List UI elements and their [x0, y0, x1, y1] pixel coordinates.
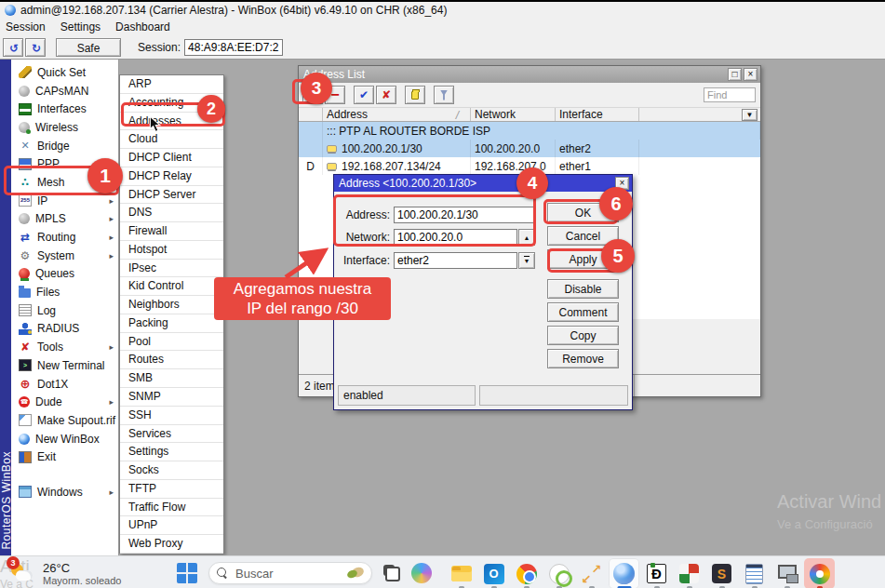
ip-submenu-item[interactable]: IPsec: [120, 260, 223, 278]
taskbar-app[interactable]: [576, 558, 607, 588]
taskbar-app[interactable]: [739, 558, 770, 588]
sidebar-item[interactable]: Windows ▸: [11, 483, 118, 501]
dialog-button[interactable]: Disable: [547, 279, 619, 299]
sidebar-item[interactable]: RADIUS ▸: [11, 320, 118, 339]
ip-submenu-item[interactable]: DHCP Relay: [120, 167, 223, 186]
dropdown-icon[interactable]: ▼: [518, 252, 535, 269]
menubar-item[interactable]: Session: [6, 20, 46, 33]
sidebar-item[interactable]: Quick Set ▸: [11, 63, 118, 82]
interface-column-header[interactable]: Interface: [556, 108, 639, 121]
taskbar-app[interactable]: [804, 558, 835, 588]
safe-mode-button[interactable]: Safe Mode: [56, 38, 121, 57]
field-input[interactable]: [394, 229, 517, 246]
ip-submenu-item[interactable]: Pool: [120, 333, 223, 352]
disable-button[interactable]: ✘: [376, 86, 396, 104]
enable-button[interactable]: ✔: [354, 86, 374, 104]
ip-submenu-item[interactable]: Settings: [120, 443, 223, 461]
ip-submenu-item[interactable]: Firewall: [120, 222, 223, 241]
sidebar-item[interactable]: Queues ▸: [11, 265, 118, 284]
sidebar-item[interactable]: New WinBox ▸: [11, 430, 118, 448]
address-dialog-titlebar[interactable]: Address <100.200.20.1/30> ×: [334, 175, 632, 192]
ip-submenu-item[interactable]: Neighbors: [120, 296, 223, 314]
ip-submenu-item[interactable]: Traffic Flow: [120, 499, 223, 517]
taskbar-app[interactable]: [446, 558, 476, 588]
collapse-up-icon[interactable]: ▲: [518, 229, 535, 246]
sidebar-item[interactable]: Interfaces ▸: [11, 100, 118, 118]
taskbar-app[interactable]: [478, 558, 509, 588]
session-input[interactable]: [184, 39, 283, 56]
row-network: 100.200.20.0: [471, 140, 556, 157]
ip-submenu-item[interactable]: Socks: [120, 461, 223, 480]
dialog-button[interactable]: Remove: [547, 349, 619, 368]
ip-submenu-item[interactable]: SNMP: [120, 388, 223, 407]
taskbar-app[interactable]: [511, 558, 542, 588]
filter-button[interactable]: [434, 86, 454, 104]
taskbar-app[interactable]: [609, 558, 639, 588]
sidebar-item[interactable]: IP ▸: [11, 192, 118, 210]
taskbar-app[interactable]: [641, 558, 672, 588]
ip-submenu-item[interactable]: Cloud: [120, 130, 223, 149]
taskbar-app[interactable]: [543, 558, 574, 588]
copilot-button[interactable]: [411, 563, 432, 583]
menubar-item[interactable]: Settings: [60, 20, 101, 33]
ip-submenu-item[interactable]: TFTP: [120, 480, 223, 499]
ip-submenu-item[interactable]: Web Proxy: [120, 535, 223, 554]
ip-submenu-item[interactable]: SMB: [120, 369, 223, 388]
row-flag: D: [299, 157, 323, 175]
ip-submenu-item[interactable]: UPnP: [120, 516, 223, 535]
table-row[interactable]: 100.200.20.1/30 100.200.20.0 ether2: [299, 140, 760, 157]
sidebar-item[interactable]: Exit ▸: [11, 448, 118, 466]
ip-submenu-item[interactable]: Packing: [120, 314, 223, 333]
sidebar-item[interactable]: Dude ▸: [11, 393, 118, 411]
close-icon[interactable]: ×: [744, 68, 758, 81]
address-column-header[interactable]: Address /: [323, 108, 471, 121]
sidebar-item[interactable]: Routing ▸: [11, 228, 118, 247]
weather-widget[interactable]: 3 26°C Mayorm. soleado: [9, 559, 121, 587]
sidebar-item[interactable]: System ▸: [11, 247, 118, 265]
ip-submenu-item[interactable]: DNS: [120, 204, 223, 222]
flags-column-header[interactable]: [299, 108, 323, 121]
sidebar-item[interactable]: Dot1X ▸: [11, 375, 118, 394]
sidebar-item[interactable]: Bridge ▸: [11, 137, 118, 155]
sidebar-item[interactable]: MPLS ▸: [11, 210, 118, 229]
gns3-icon: [549, 564, 570, 584]
maximize-icon[interactable]: □: [728, 68, 742, 81]
taskbar-app[interactable]: [706, 558, 737, 588]
address-list-titlebar[interactable]: Address List □ ×: [299, 66, 760, 83]
ip-submenu-item[interactable]: Routes: [120, 351, 223, 369]
redo-button[interactable]: ↻: [25, 38, 46, 57]
ip-submenu-item[interactable]: DHCP Client: [120, 149, 223, 167]
ip-submenu-item[interactable]: Kid Control: [120, 277, 223, 296]
column-dropdown-icon[interactable]: ▼: [742, 109, 758, 121]
ip-submenu-item[interactable]: DHCP Server: [120, 186, 223, 205]
windows-icon: [19, 486, 32, 498]
undo-button[interactable]: ↺: [3, 38, 23, 57]
ip-submenu-item[interactable]: ARP: [120, 75, 223, 94]
sidebar-item[interactable]: Make Supout.rif ▸: [11, 411, 118, 430]
field-input[interactable]: [394, 207, 535, 223]
ip-submenu-item[interactable]: Services: [120, 425, 223, 444]
table-row[interactable]: ::: PTP AL ROUTER BORDE ISP: [299, 122, 760, 140]
ip-submenu-item[interactable]: Hotspot: [120, 241, 223, 260]
ip-submenu-item[interactable]: SSH: [120, 407, 223, 425]
sidebar-item[interactable]: Files ▸: [11, 283, 118, 301]
menubar-item[interactable]: Dashboard: [115, 20, 170, 33]
sidebar-item[interactable]: Tools ▸: [11, 338, 118, 356]
sidebar-item[interactable]: New Terminal ▸: [11, 356, 118, 375]
sidebar-item[interactable]: Log ▸: [11, 301, 118, 320]
sidebar-item[interactable]: CAPsMAN ▸: [11, 82, 118, 100]
dialog-button[interactable]: Copy: [547, 326, 619, 345]
taskbar-app[interactable]: [674, 558, 704, 588]
find-input[interactable]: [704, 87, 756, 102]
address-list-title: Address List: [303, 68, 726, 81]
row-interface: ether2: [556, 140, 639, 157]
task-view-button[interactable]: [382, 563, 402, 583]
field-input[interactable]: [394, 252, 517, 269]
comment-button[interactable]: [405, 86, 425, 104]
taskbar-search[interactable]: Buscar: [208, 562, 372, 584]
start-button[interactable]: [177, 563, 197, 583]
sidebar-item[interactable]: Wireless ▸: [11, 118, 118, 137]
taskbar-app[interactable]: [771, 558, 802, 588]
dialog-button[interactable]: Comment: [547, 302, 619, 322]
network-column-header[interactable]: Network: [471, 108, 556, 121]
